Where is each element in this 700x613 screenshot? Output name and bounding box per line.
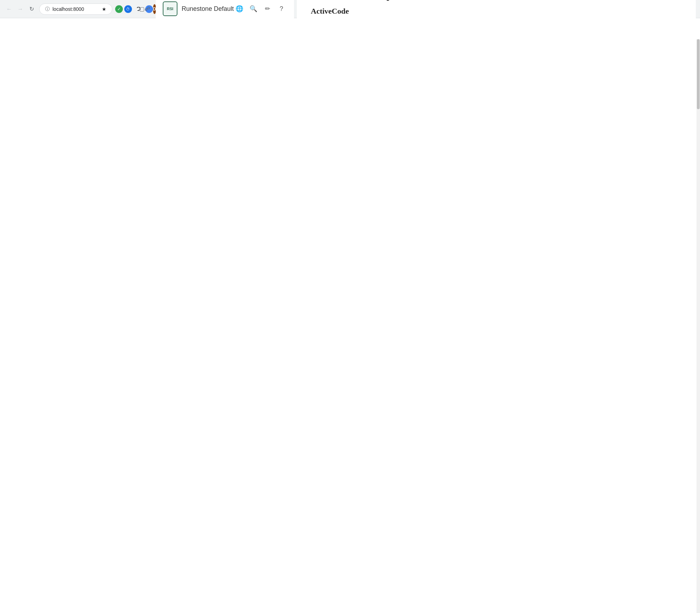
edit-button[interactable]: ✏ (262, 3, 273, 14)
desktop-icon[interactable]: ▢ (139, 4, 145, 14)
globe-button[interactable]: 🌐 (234, 3, 245, 14)
toolbar-right-actions: 🌐 🔍 ✏ ? (234, 3, 287, 14)
star-icon[interactable]: ★ (102, 6, 106, 12)
reload-button[interactable]: ↻ (27, 4, 36, 14)
address-bar[interactable]: ⓘ localhost:8000 ★ (39, 3, 112, 15)
help-button[interactable]: ? (276, 3, 287, 14)
back-button[interactable]: ← (4, 4, 14, 14)
page-content: This Is A New Project SECTION 1: Introdu… (297, 0, 696, 18)
activecode-subheading: ActiveCode (311, 7, 682, 16)
search-button[interactable]: 🔍 (248, 3, 259, 14)
runestone-logo-icon: RSI (163, 1, 177, 16)
security-icon: ⓘ (45, 6, 50, 12)
runestone-toolbar: RSI Runestone Default 🌐 🔍 ✏ ? (156, 0, 294, 18)
extension-icon-shield[interactable]: ▶ ▢ ☍ D ⋮ (145, 5, 153, 13)
browser-right-icons: ✓ ⏱ ✪ ▶ ▢ ☍ D ⋮ (115, 4, 153, 14)
url-text: localhost:8000 (52, 6, 99, 12)
page-scroll-area[interactable]: This Is A New Project SECTION 1: Introdu… (297, 0, 696, 18)
forward-button[interactable]: → (15, 4, 25, 14)
browser-chrome: ← → ↻ ⓘ localhost:8000 ★ ✓ ⏱ ✪ ▶ ▢ ☍ D ⋮… (0, 0, 700, 18)
extension-icon-blue[interactable]: ⏱ (124, 5, 132, 13)
runestone-logo: RSI Runestone Default (163, 1, 234, 16)
translate-icon[interactable]: ☍ (145, 4, 150, 14)
section3-heading: SECTION 3: Sample Directives (311, 0, 682, 1)
runestone-title: Runestone Default (182, 5, 234, 13)
nav-buttons: ← → ↻ (4, 4, 36, 14)
extension-icon-green[interactable]: ✓ (115, 5, 123, 13)
